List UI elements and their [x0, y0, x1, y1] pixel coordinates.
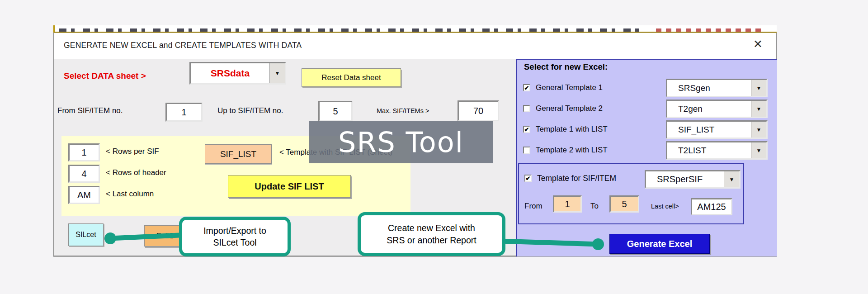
upto-sif-input[interactable]: 5: [318, 101, 353, 122]
chevron-down-icon[interactable]: ▼: [751, 80, 766, 96]
from-sif-input[interactable]: 1: [165, 103, 203, 122]
max-sif-input[interactable]: 70: [458, 100, 499, 121]
template-1-list-checkbox[interactable]: ✔: [523, 126, 530, 133]
rows-of-header-input[interactable]: 4: [68, 165, 100, 183]
rows-per-sif-input[interactable]: 1: [68, 143, 100, 161]
general-template-1-label: General Template 1: [536, 83, 603, 92]
chevron-down-icon[interactable]: ▼: [269, 63, 285, 83]
callout-line: Create new Excel with: [388, 222, 475, 234]
clipped-sheet-text: [59, 28, 647, 32]
combo-value: T2gen: [667, 101, 751, 117]
update-sif-list-button[interactable]: Update SIF LIST: [228, 175, 351, 198]
from-label: From: [524, 202, 542, 211]
chevron-down-icon[interactable]: ▼: [724, 171, 739, 187]
last-cell-input[interactable]: AM125: [691, 198, 732, 215]
template-1-list-combobox[interactable]: SIF_LIST ▼: [666, 120, 768, 139]
general-template-2-checkbox[interactable]: [523, 105, 530, 112]
rows-of-header-label: < Rows of header: [106, 168, 166, 177]
to-label: To: [590, 202, 599, 211]
rows-per-sif-label: < Rows per SIF: [106, 147, 159, 156]
sif-list-button[interactable]: SIF_LIST: [205, 144, 272, 164]
screen: GENERATE NEW EXCEL and CREATE TEMPLATES …: [0, 0, 868, 294]
template-1-list-label: Template 1 with LIST: [536, 125, 608, 134]
template-2-list-label: Template 2 with LIST: [536, 146, 608, 155]
dialog-title: GENERATE NEW EXCEL and CREATE TEMPLATES …: [64, 41, 302, 50]
general-template-1-checkbox[interactable]: ✔: [523, 84, 530, 91]
last-column-input[interactable]: AM: [68, 186, 100, 204]
silcet-button[interactable]: SILcet: [68, 223, 104, 246]
callout-line: Import/Export to: [203, 225, 266, 237]
template-2-list-combobox[interactable]: T2LIST ▼: [666, 141, 768, 160]
combo-value: SIF_LIST: [667, 122, 751, 138]
generate-callout: Create new Excel with SRS or another Rep…: [358, 212, 505, 256]
general-template-2-combobox[interactable]: T2gen ▼: [666, 100, 768, 118]
general-template-2-label: General Template 2: [536, 104, 603, 113]
panel-heading: Select for new Excel:: [524, 62, 608, 72]
close-icon[interactable]: ✕: [753, 38, 763, 50]
to-input[interactable]: 5: [609, 195, 639, 213]
spreadsheet-edge: [53, 25, 777, 33]
combo-value: T2LIST: [667, 142, 751, 158]
last-cell-label: Last cell>: [651, 203, 679, 210]
new-excel-panel: Select for new Excel: ✔ General Template…: [516, 59, 777, 256]
template-per-sif-label: Template for SIF/ITEM: [537, 174, 616, 183]
reset-data-sheet-button[interactable]: Reset Data sheet: [302, 68, 401, 87]
from-sif-label: From SIF/ITEM no.: [57, 106, 123, 115]
select-data-sheet-label: Select DATA sheet >: [64, 71, 146, 81]
per-sif-subpanel: ✔ Template for SIF/ITEM SRSperSIF ▼ From…: [518, 163, 744, 224]
data-sheet-combobox[interactable]: SRSdata ▼: [189, 62, 286, 85]
combo-value: SRSgen: [667, 80, 751, 96]
callout-line: SILcet Tool: [213, 237, 256, 248]
chevron-down-icon[interactable]: ▼: [751, 142, 766, 158]
from-input[interactable]: 1: [553, 195, 582, 213]
general-template-1-combobox[interactable]: SRSgen ▼: [666, 79, 768, 97]
clipped-sheet-text-red: [656, 28, 764, 32]
template-2-list-checkbox[interactable]: [523, 147, 530, 154]
silcet-callout: Import/Export to SILcet Tool: [179, 217, 291, 256]
generate-excel-dialog: GENERATE NEW EXCEL and CREATE TEMPLATES …: [53, 33, 777, 256]
max-sif-label: Max. SIF/ITEMs >: [377, 107, 429, 114]
generate-excel-button[interactable]: Generate Excel: [609, 234, 710, 254]
template-per-sif-checkbox[interactable]: ✔: [524, 175, 532, 182]
data-sheet-value: SRSdata: [191, 63, 269, 83]
last-column-label: < Last column: [106, 190, 154, 199]
dialog-titlebar: GENERATE NEW EXCEL and CREATE TEMPLATES …: [54, 33, 776, 59]
upto-sif-label: Up to SIF/ITEM no.: [217, 106, 283, 115]
callout-line: SRS or another Report: [387, 234, 476, 246]
srs-tool-watermark: SRS Tool: [309, 121, 493, 163]
chevron-down-icon[interactable]: ▼: [751, 122, 766, 138]
combo-value: SRSperSIF: [646, 171, 724, 187]
template-per-sif-combobox[interactable]: SRSperSIF ▼: [645, 170, 741, 189]
chevron-down-icon[interactable]: ▼: [751, 101, 766, 117]
